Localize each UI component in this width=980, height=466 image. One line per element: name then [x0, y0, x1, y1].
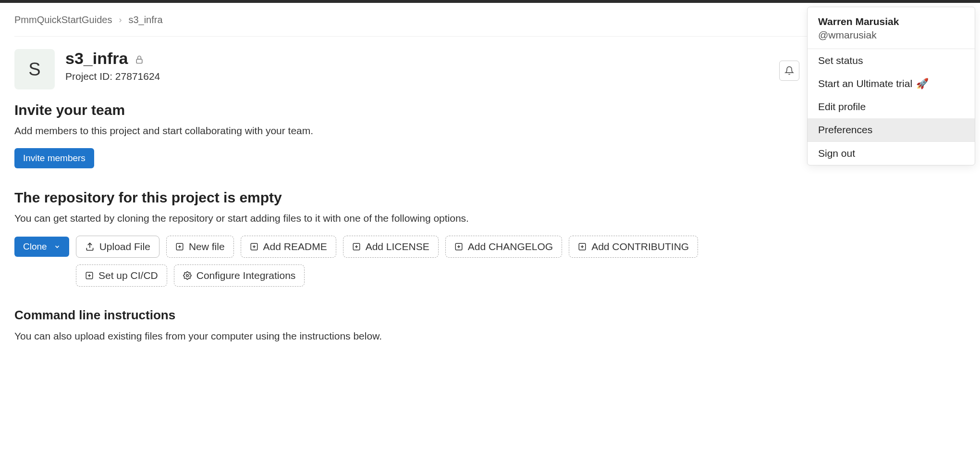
empty-repo-heading: The repository for this project is empty: [14, 189, 966, 206]
sign-out-label: Sign out: [818, 148, 855, 159]
configure-integrations-button[interactable]: Configure Integrations: [174, 264, 305, 287]
svg-point-7: [186, 275, 188, 277]
preferences-label: Preferences: [818, 124, 872, 136]
upload-file-label: Upload File: [99, 241, 150, 252]
add-contributing-label: Add CONTRIBUTING: [591, 241, 689, 252]
breadcrumb-project-link[interactable]: s3_infra: [128, 14, 162, 25]
menu-item-preferences[interactable]: Preferences: [808, 118, 975, 141]
empty-repo-subtext: You can get started by cloning the repos…: [14, 213, 966, 224]
edit-profile-label: Edit profile: [818, 101, 866, 113]
invite-members-label: Invite members: [23, 153, 86, 164]
configure-integrations-label: Configure Integrations: [196, 270, 296, 281]
clone-button[interactable]: Clone: [14, 237, 69, 257]
empty-repo-section: The repository for this project is empty…: [14, 189, 966, 287]
plus-square-icon: [352, 242, 361, 251]
cli-subtext: You can also upload existing files from …: [14, 330, 966, 342]
add-contributing-button[interactable]: Add CONTRIBUTING: [569, 236, 698, 258]
project-title-block: s3_infra Project ID: 27871624: [65, 49, 160, 82]
plus-square-icon: [578, 242, 587, 251]
menu-item-edit-profile[interactable]: Edit profile: [808, 95, 975, 118]
gear-icon: [183, 271, 192, 280]
cli-heading: Command line instructions: [14, 308, 966, 323]
plus-square-icon: [250, 242, 258, 251]
dropdown-user-handle: @wmarusiak: [818, 29, 964, 41]
add-changelog-label: Add CHANGELOG: [468, 241, 553, 252]
project-title-row: s3_infra: [65, 49, 160, 68]
main-container: PmmQuickStartGuides › s3_infra S s3_infr…: [0, 3, 980, 382]
bell-icon: [784, 66, 794, 76]
upload-icon: [85, 242, 95, 252]
setup-cicd-label: Set up CI/CD: [98, 270, 158, 281]
add-license-label: Add LICENSE: [366, 241, 429, 252]
menu-item-sign-out[interactable]: Sign out: [808, 142, 975, 165]
add-readme-label: Add README: [263, 241, 327, 252]
notification-button[interactable]: [779, 61, 799, 81]
dropdown-user-name: Warren Marusiak: [818, 16, 964, 27]
new-file-button[interactable]: New file: [166, 236, 234, 258]
action-row-2: Set up CI/CD Configure Integrations: [14, 264, 966, 287]
upload-file-button[interactable]: Upload File: [76, 236, 159, 258]
menu-item-ultimate-trial[interactable]: Start an Ultimate trial 🚀: [808, 72, 975, 95]
project-title: s3_infra: [65, 49, 128, 68]
invite-members-button[interactable]: Invite members: [14, 148, 94, 168]
ultimate-trial-label: Start an Ultimate trial: [818, 78, 912, 89]
project-avatar: S: [14, 49, 55, 89]
rocket-icon: 🚀: [916, 78, 929, 89]
dropdown-header: Warren Marusiak @wmarusiak: [808, 7, 975, 49]
new-file-label: New file: [189, 241, 225, 252]
cli-section: Command line instructions You can also u…: [14, 308, 966, 342]
user-dropdown: Warren Marusiak @wmarusiak Set status St…: [807, 7, 975, 165]
add-license-button[interactable]: Add LICENSE: [343, 236, 439, 258]
set-status-label: Set status: [818, 55, 863, 66]
chevron-down-icon: [54, 243, 61, 250]
plus-square-icon: [85, 271, 94, 280]
lock-icon: [135, 53, 144, 64]
action-row-1: Clone Upload File: [14, 236, 966, 258]
setup-cicd-button[interactable]: Set up CI/CD: [76, 264, 167, 287]
breadcrumb-separator: ›: [119, 15, 122, 25]
project-id: Project ID: 27871624: [65, 71, 160, 82]
add-changelog-button[interactable]: Add CHANGELOG: [445, 236, 562, 258]
clone-label: Clone: [23, 241, 47, 252]
menu-item-set-status[interactable]: Set status: [808, 49, 975, 72]
add-readme-button[interactable]: Add README: [241, 236, 336, 258]
svg-rect-0: [137, 59, 143, 63]
breadcrumb-group-link[interactable]: PmmQuickStartGuides: [14, 14, 112, 25]
plus-square-icon: [454, 242, 463, 251]
plus-square-icon: [175, 242, 184, 251]
